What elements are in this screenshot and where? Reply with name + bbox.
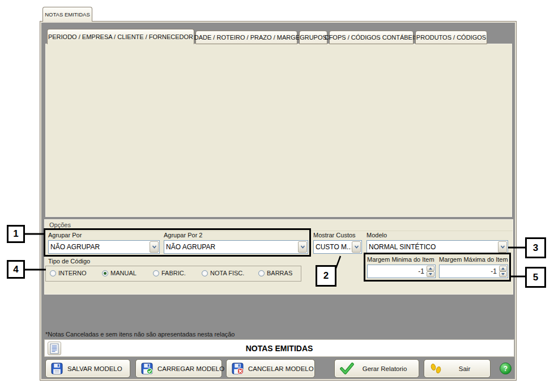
agrupar-por-value: NÃO AGRUPAR [49,241,149,253]
radio-fabric[interactable]: FABRIC. [153,270,186,276]
agrupar-por-2-value: NÃO AGRUPAR [164,241,297,253]
callout-3: 3 [525,237,546,258]
radio-interno[interactable]: INTERNO [50,270,87,276]
chevron-down-icon[interactable] [298,241,307,253]
mostrar-custos-label: Mostrar Custos [313,232,356,238]
callout-4: 4 [7,260,25,279]
groupbox-opcoes-title: Opções [49,221,71,228]
help-button[interactable]: ? [500,363,512,374]
screen: NOTAS EMITIDAS PERIODO / EMPRESA / CLIEN… [0,0,554,392]
radio-icon [202,270,208,276]
callout-2-number: 2 [323,270,329,282]
chevron-down-icon[interactable] [150,241,159,253]
tab-label: PRODUTOS / CÓDIGOS [416,34,486,41]
mostrar-custos-combo[interactable]: CUSTO M... [313,240,362,254]
mostrar-custos-value: CUSTO M... [314,241,351,253]
spin-up-icon[interactable] [499,266,507,271]
agrupar-por-2-label: Agrupar Por 2 [164,232,202,238]
tab-grupos[interactable]: GRUPOS [299,31,327,44]
radio-barras-label: BARRAS [267,270,292,276]
spin-down-icon[interactable] [499,271,507,277]
modelo-combo[interactable]: NORMAL SINTÉTICO [367,240,508,254]
modelo-label: Modelo [367,232,387,238]
report-title: NOTAS EMITIDAS [45,340,514,356]
margem-maxima-stepper[interactable]: -1 [439,265,508,278]
sair-button[interactable]: Sair [424,359,491,378]
radio-selected-icon [102,270,108,276]
callout-4-number: 4 [13,264,18,275]
floppy-save-icon [51,363,63,374]
radio-barras[interactable]: BARRAS [258,270,292,276]
floppy-cancel-icon [232,363,244,374]
tab-produtos-codigos[interactable]: PRODUTOS / CÓDIGOS [415,31,487,44]
spin-up-icon[interactable] [427,266,434,271]
divider [45,231,513,231]
callout-2: 2 [316,265,336,287]
radio-icon [258,270,265,276]
agrupar-por-label: Agrupar Por [48,232,82,238]
cancelar-modelo-button[interactable]: CANCELAR MODELO [226,359,315,378]
tab-notas-emitidas[interactable]: NOTAS EMITIDAS [42,7,92,22]
carregar-modelo-label: CARREGAR MODELO [157,365,232,372]
gerar-relatorio-button[interactable]: Gerar Relatorio [334,359,419,378]
callout-1-number: 1 [13,228,18,240]
tab-label: CIDADE / ROTEIRO / PRAZO / MARGEM [188,34,305,41]
tab-label: CFOPS / CÓDIGOS CONTÁBEIS [325,34,419,41]
tab-cfops-codigos-contabeis[interactable]: CFOPS / CÓDIGOS CONTÁBEIS [329,31,414,44]
gerar-relatorio-label: Gerar Relatorio [359,365,419,372]
check-icon [340,363,354,374]
radio-interno-label: INTERNO [58,270,87,276]
modelo-value: NORMAL SINTÉTICO [367,241,497,253]
salvar-modelo-label: SALVAR MODELO [67,365,130,372]
radio-nota-fisc[interactable]: NOTA FISC. [202,270,244,276]
carregar-modelo-button[interactable]: CARREGAR MODELO [135,359,222,378]
spin-down-icon[interactable] [427,271,434,277]
tab-notas-emitidas-label: NOTAS EMITIDAS [45,11,90,18]
callout-3-number: 3 [533,242,538,254]
tabpage-periodo [45,44,512,217]
canceled-notes-note: *Notas Canceladas e sem itens não são ap… [45,331,235,338]
footprints-icon [429,363,442,374]
tab-label: PERIODO / EMPRESA / CLIENTE / FORNECEDOR [48,33,193,40]
margem-minima-stepper[interactable]: -1 [367,265,436,278]
chevron-down-icon[interactable] [352,241,361,253]
tab-label: GRUPOS [300,34,327,41]
margem-minima-value: -1 [368,265,426,278]
callout-1: 1 [7,225,25,243]
floppy-load-icon [141,363,153,374]
radio-fabric-label: FABRIC. [161,270,186,276]
tipo-de-codigo-label: Tipo de Código [48,258,90,265]
agrupar-por-combo[interactable]: NÃO AGRUPAR [48,240,160,254]
radio-manual[interactable]: MANUAL [102,270,137,276]
margem-maxima-label: Margem Máxima do Item [439,256,508,263]
chevron-down-icon[interactable] [498,241,507,253]
question-mark-icon: ? [504,365,508,373]
radio-manual-label: MANUAL [110,270,137,276]
margem-minima-label: Margem Minima do Item [367,256,434,263]
radio-icon [153,270,159,276]
sair-label: Sair [447,365,490,372]
tab-cidade-roteiro-prazo-margem[interactable]: CIDADE / ROTEIRO / PRAZO / MARGEM [195,31,297,44]
callout-5-number: 5 [533,272,538,283]
agrupar-por-2-combo[interactable]: NÃO AGRUPAR [164,240,308,254]
radio-nota-fisc-label: NOTA FISC. [210,270,244,276]
margem-maxima-value: -1 [440,265,498,278]
callout-5: 5 [525,267,546,288]
salvar-modelo-button[interactable]: SALVAR MODELO [45,359,130,378]
cancelar-modelo-label: CANCELAR MODELO [248,365,322,372]
report-title-bar: NOTAS EMITIDAS [44,339,514,357]
radio-icon [50,270,56,276]
tab-periodo-empresa-cliente-fornecedor[interactable]: PERIODO / EMPRESA / CLIENTE / FORNECEDOR [47,29,194,44]
